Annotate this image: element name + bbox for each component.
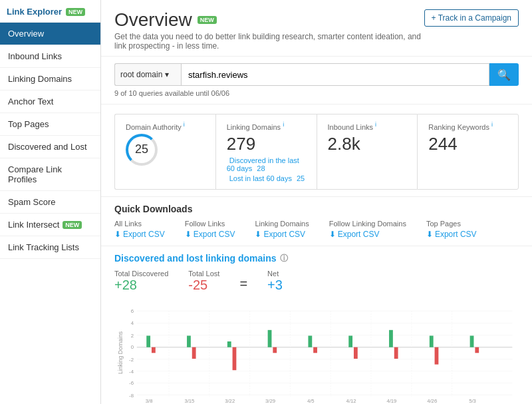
bar [192,347,196,358]
svg-text:-2: -2 [129,356,134,362]
bar [233,347,237,369]
download-icon-3: ⬇ [255,230,261,239]
bar [273,347,277,353]
svg-text:3/8: 3/8 [146,398,153,404]
download-linking-domains: Linking Domains ⬇ Export CSV [255,220,309,239]
ld-lost: Lost in last 60 days 25 [227,174,306,182]
follow-ld-export[interactable]: ⬇ Export CSV [329,230,406,239]
download-top-pages: Top Pages ⬇ Export CSV [426,220,477,239]
sidebar-item-anchor-text[interactable]: Anchor Text [0,91,100,113]
svg-text:Linking Domains: Linking Domains [117,331,124,374]
chart-stats: Total Discovered +28 Total Lost -25 = Ne… [114,270,519,293]
link-intersect-badge: NEW [63,221,82,229]
linking-domains-dl-label: Linking Domains [255,220,309,228]
svg-text:3/22: 3/22 [225,398,235,404]
svg-text:3/29: 3/29 [265,398,275,404]
net-val: +3 [267,278,283,293]
sidebar-item-link-intersect[interactable]: Link Intersect NEW [0,214,100,236]
rk-value: 244 [428,134,507,154]
sidebar-item-link-tracking[interactable]: Link Tracking Lists [0,236,100,259]
equals-sign: = [239,276,247,293]
chart-section: Discovered and lost linking domains ⓘ To… [101,246,532,404]
search-button[interactable]: 🔍 [489,63,519,86]
bar [313,347,317,353]
chevron-down-icon: ▾ [165,70,169,79]
bar [348,335,352,347]
da-label: Domain Authority i [126,121,205,131]
bar [354,347,358,358]
sidebar-item-overview[interactable]: Overview [0,23,100,45]
chart-title: Discovered and lost linking domains ⓘ [114,253,519,264]
title-text: Overview [114,9,192,31]
lost-val: -25 [188,278,219,293]
sidebar-item-discovered-lost[interactable]: Discovered and Lost [0,136,100,158]
header-left: Overview NEW Get the data you need to do… [114,9,424,51]
bar [394,347,398,358]
svg-text:4: 4 [131,320,134,326]
search-input[interactable] [181,63,489,86]
follow-links-label: Follow Links [185,220,235,228]
bar [470,335,474,347]
stat-card-ranking-keywords: Ranking Keywords i 244 [417,114,519,190]
all-links-label: All Links [114,220,165,228]
bar [430,335,434,347]
il-superscript: i [375,121,376,128]
chart-stat-lost: Total Lost -25 [188,270,219,293]
search-area: root domain ▾ 🔍 9 of 10 queries availabl… [101,57,532,104]
bar [268,329,272,347]
follow-links-export[interactable]: ⬇ Export CSV [185,230,235,239]
search-select[interactable]: root domain ▾ [114,63,181,86]
stat-card-domain-authority: Domain Authority i 25 [114,114,215,190]
logo-new-badge: NEW [66,8,85,16]
svg-text:-4: -4 [129,369,134,375]
sidebar-item-top-pages[interactable]: Top Pages [0,113,100,136]
sidebar-logo: Link Explorer NEW [0,0,100,23]
svg-text:6: 6 [131,308,134,314]
quick-downloads-title: Quick Downloads [114,204,519,214]
download-icon-4: ⬇ [329,230,336,239]
sidebar-item-linking-domains[interactable]: Linking Domains [0,68,100,91]
svg-text:0: 0 [131,344,134,350]
linking-domains-export[interactable]: ⬇ Export CSV [255,230,309,239]
all-links-export[interactable]: ⬇ Export CSV [114,230,165,239]
chart-svg: Linking Domains 6 4 2 0 -2 -4 -6 [114,300,519,404]
ld-label: Linking Domains i [227,121,306,131]
da-superscript: i [184,121,185,128]
ld-value: 279 [227,134,306,154]
svg-text:4/5: 4/5 [307,398,315,404]
il-value: 2.8k [328,134,407,154]
search-row: root domain ▾ 🔍 [114,63,519,86]
download-icon-2: ⬇ [185,230,192,239]
stats-row: Domain Authority i 25 Linking Domains i … [114,114,519,190]
track-campaign-button[interactable]: + Track in a Campaign [424,9,519,27]
bar [435,347,439,364]
sidebar-item-spam-score[interactable]: Spam Score [0,191,100,214]
quick-downloads-section: Quick Downloads All Links ⬇ Export CSV F… [101,197,532,246]
top-pages-dl-label: Top Pages [426,220,477,228]
stat-card-linking-domains: Linking Domains i 279 Discovered in the … [215,114,317,190]
bar [389,329,393,347]
logo-text: Link Explorer [7,7,62,17]
bar [152,347,156,353]
svg-text:-6: -6 [129,380,134,386]
page-title: Overview NEW [114,9,424,31]
stats-section: Domain Authority i 25 Linking Domains i … [101,104,532,197]
download-follow-linking-domains: Follow Linking Domains ⬇ Export CSV [329,220,406,239]
svg-text:5/3: 5/3 [469,398,476,404]
svg-text:4/26: 4/26 [427,398,437,404]
rk-label: Ranking Keywords i [428,121,507,131]
svg-text:3/15: 3/15 [184,398,194,404]
chart-stat-discovered: Total Discovered +28 [114,270,168,293]
page-subtitle: Get the data you need to do better link … [114,32,424,51]
il-label: Inbound Links i [328,121,407,131]
sidebar-item-inbound-links[interactable]: Inbound Links [0,45,100,68]
info-icon: ⓘ [280,253,288,264]
top-pages-export[interactable]: ⬇ Export CSV [426,230,477,239]
title-badge: NEW [198,16,217,24]
download-all-links: All Links ⬇ Export CSV [114,220,165,239]
follow-ld-label: Follow Linking Domains [329,220,406,228]
page-header: Overview NEW Get the data you need to do… [101,0,532,57]
sidebar-item-compare-profiles[interactable]: Compare Link Profiles [0,158,100,191]
svg-text:-8: -8 [129,392,134,398]
discovered-val: +28 [114,278,168,293]
